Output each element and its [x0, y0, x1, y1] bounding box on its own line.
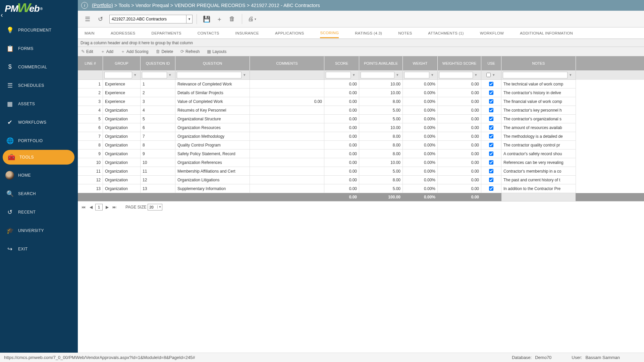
table-row[interactable]: 12Organization12Organization Litigations…: [78, 176, 644, 184]
table-row[interactable]: 7Organization7Organization Methodology0.…: [78, 132, 644, 141]
filter-icon[interactable]: ▾: [352, 73, 356, 77]
filter-notes[interactable]: [503, 72, 568, 78]
tab-additional-information[interactable]: ADDITIONAL INFORMATION: [520, 28, 573, 38]
use-checkbox[interactable]: [489, 134, 493, 138]
tab-insurance[interactable]: INSURANCE: [235, 28, 259, 38]
table-row[interactable]: 4Organization4Résumés of Key Personnel0.…: [78, 106, 644, 115]
add-icon[interactable]: ＋: [214, 13, 225, 25]
filter-weight[interactable]: [404, 72, 429, 78]
col-score[interactable]: SCORE: [324, 56, 359, 70]
use-checkbox[interactable]: [489, 143, 493, 147]
col-points[interactable]: POINTS AVAILABLE: [359, 56, 403, 70]
sidebar-item-search[interactable]: 🔍SEARCH: [0, 184, 78, 203]
use-checkbox[interactable]: [489, 152, 493, 156]
first-page-icon[interactable]: ⏮: [80, 204, 87, 210]
refresh-button[interactable]: ⟳Refresh: [180, 49, 200, 54]
filter-wscore[interactable]: [439, 72, 473, 78]
table-row[interactable]: 1Experience1Relevance of Completed Work0…: [78, 80, 644, 88]
add-scoring-button[interactable]: ＋Add Scoring: [121, 49, 148, 55]
delete-button[interactable]: 🗑Delete: [156, 49, 173, 54]
tab-main[interactable]: MAIN: [85, 28, 95, 38]
record-selector[interactable]: ▼: [109, 15, 193, 23]
page-input[interactable]: [95, 204, 103, 210]
sidebar-item-tools[interactable]: 🧰TOOLS: [3, 150, 74, 165]
prev-page-icon[interactable]: ◀: [88, 204, 94, 210]
filter-icon[interactable]: ▾: [474, 73, 478, 77]
col-weight[interactable]: WEIGHT: [403, 56, 438, 70]
delete-icon[interactable]: 🗑: [226, 13, 238, 25]
logo[interactable]: PMWeb®: [0, 0, 78, 17]
table-row[interactable]: 6Organization6Organization Resources0.00…: [78, 123, 644, 132]
table-row[interactable]: 13Organization13Supplementary Informatio…: [78, 184, 644, 193]
use-checkbox[interactable]: [489, 82, 493, 86]
col-notes[interactable]: NOTES: [501, 56, 576, 70]
add-button[interactable]: ＋Add: [101, 49, 113, 55]
filter-score[interactable]: [326, 72, 351, 78]
next-page-icon[interactable]: ▶: [104, 204, 110, 210]
use-checkbox[interactable]: [489, 169, 493, 173]
sidebar-item-forms[interactable]: 📋FORMS: [0, 39, 78, 58]
filter-icon[interactable]: ▾: [168, 73, 172, 77]
filter-icon[interactable]: ▾: [242, 73, 247, 77]
table-row[interactable]: 3Experience3Value of Completed Work0.000…: [78, 97, 644, 106]
table-row[interactable]: 10Organization10Organization References0…: [78, 158, 644, 167]
filter-question[interactable]: [177, 72, 241, 78]
edit-button[interactable]: ✎Edit: [81, 49, 93, 54]
sidebar-item-procurement[interactable]: 💡PROCUREMENT: [0, 21, 78, 39]
table-row[interactable]: 8Organization8Quality Control Program0.0…: [78, 141, 644, 149]
use-checkbox[interactable]: [489, 90, 493, 95]
filter-icon[interactable]: ▾: [430, 73, 435, 77]
sidebar-item-portfolio[interactable]: 🌐PORTFOLIO: [0, 131, 78, 150]
record-selector-input[interactable]: [110, 15, 186, 23]
save-icon[interactable]: 💾: [201, 13, 212, 25]
back-chevron-icon[interactable]: ‹: [1, 11, 3, 19]
print-icon[interactable]: 🖨▾: [246, 13, 258, 25]
use-checkbox[interactable]: [489, 186, 493, 191]
use-checkbox[interactable]: [489, 125, 493, 130]
page-size-input[interactable]: [148, 204, 157, 210]
info-icon[interactable]: i: [81, 2, 88, 9]
group-by-bar[interactable]: Drag a column header and drop it here to…: [78, 39, 644, 47]
use-checkbox[interactable]: [489, 108, 493, 112]
chevron-down-icon[interactable]: ▼: [157, 205, 162, 208]
sidebar-item-home[interactable]: HOME: [0, 166, 78, 184]
table-row[interactable]: 9Organization9Safety Policy Statement, R…: [78, 149, 644, 158]
filter-icon[interactable]: ▾: [491, 73, 496, 77]
filter-qid[interactable]: [142, 72, 167, 78]
sidebar-item-workflows[interactable]: ✔WORKFLOWS: [0, 113, 78, 131]
filter-points[interactable]: [361, 72, 394, 78]
tab-attachments-1-[interactable]: ATTACHMENTS (1): [428, 28, 464, 38]
col-wscore[interactable]: WEIGHTED SCORE: [438, 56, 481, 70]
col-question[interactable]: QUESTION: [175, 56, 250, 70]
filter-group[interactable]: [104, 72, 132, 78]
sidebar-item-recent[interactable]: ↺RECENT: [0, 203, 78, 221]
layouts-button[interactable]: ▦Layouts: [207, 49, 226, 54]
use-checkbox[interactable]: [489, 117, 493, 121]
list-icon[interactable]: ☰: [82, 13, 93, 25]
sidebar-item-exit[interactable]: ↪EXIT: [0, 240, 78, 258]
tab-departments[interactable]: DEPARTMENTS: [152, 28, 181, 38]
chevron-down-icon[interactable]: ▼: [186, 15, 192, 23]
sidebar-item-university[interactable]: 🎓UNIVERSITY: [0, 221, 78, 240]
sidebar-item-schedules[interactable]: ☰SCHEDULES: [0, 76, 78, 95]
breadcrumb-portfolio[interactable]: (Portfolio): [92, 3, 113, 8]
history-icon[interactable]: ↺: [95, 13, 106, 25]
table-row[interactable]: 2Experience2Details of Similar Projects0…: [78, 88, 644, 97]
use-checkbox[interactable]: [489, 99, 493, 104]
col-qid[interactable]: QUESTION ID: [141, 56, 175, 70]
col-line[interactable]: LINE #: [78, 56, 103, 70]
filter-icon[interactable]: ▾: [133, 73, 138, 77]
page-size-selector[interactable]: ▼: [148, 204, 162, 210]
sidebar-item-commercial[interactable]: $COMMERCIAL: [0, 58, 78, 76]
tab-workflow[interactable]: WORKFLOW: [480, 28, 504, 38]
last-page-icon[interactable]: ⏭: [111, 204, 117, 210]
tab-contacts[interactable]: CONTACTS: [198, 28, 219, 38]
sidebar-item-assets[interactable]: ▦ASSETS: [0, 95, 78, 113]
col-group[interactable]: GROUP: [103, 56, 141, 70]
filter-icon[interactable]: ▾: [568, 73, 573, 77]
use-checkbox[interactable]: [489, 160, 493, 165]
tab-ratings-4-3-[interactable]: RATINGS (4.3): [355, 28, 382, 38]
tab-applications[interactable]: APPLICATIONS: [275, 28, 304, 38]
filter-icon[interactable]: ▾: [395, 73, 400, 77]
use-checkbox[interactable]: [489, 178, 493, 182]
